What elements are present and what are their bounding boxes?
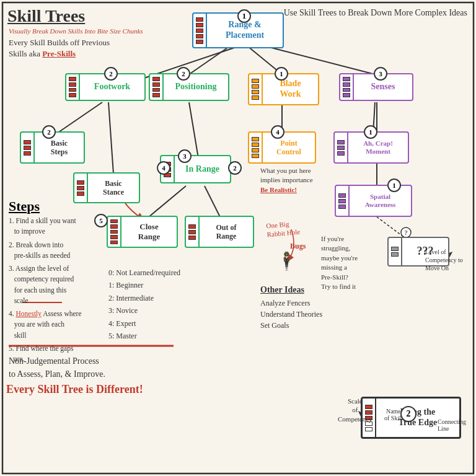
svg-line-9 — [205, 186, 220, 217]
skill-basicstance: BasicStance — [73, 172, 140, 203]
skill-outofrange: Out ofRange — [185, 216, 254, 248]
scale-list: 0: Not Learned/required 1: Beginner 2: I… — [108, 267, 180, 342]
topright-text: Use Skill Trees to Break Down More Compl… — [284, 6, 467, 19]
svg-line-2 — [189, 46, 229, 74]
badge-12: 1 — [364, 125, 377, 139]
badge-7: 4 — [271, 125, 284, 139]
badge-6: 2 — [42, 125, 56, 139]
otherideas-list: Analyze FencersUnderstand TheoriesSet Go… — [260, 298, 322, 331]
badge-13: 1 — [387, 178, 401, 192]
badge-4: 1 — [275, 67, 288, 81]
connectingline-label: ConnectingLine — [438, 418, 466, 432]
skill-inrange: In Range — [160, 155, 231, 183]
main-container: ? Skill Trees Visually Break Down Skills… — [0, 0, 476, 476]
badge-5: 3 — [374, 67, 387, 81]
steps-list: 1. Find a skill you want to improve 2. B… — [9, 216, 111, 364]
badge-1: 1 — [237, 9, 251, 23]
badge-8: 3 — [178, 149, 192, 163]
svg-line-5 — [57, 102, 102, 133]
bottom-text1: Non-Judgemental Processto Assess, Plan, … — [9, 355, 105, 381]
struggling-text: If you'restruggling,maybe you'remissing … — [321, 234, 386, 291]
steps-title: Steps — [9, 198, 40, 214]
subtitle: Visually Break Down Skills Into Bite Siz… — [9, 27, 143, 35]
badge-9: 2 — [228, 161, 242, 175]
skill-spatial: SpatialAwareness — [335, 185, 412, 217]
svg-text:?: ? — [405, 229, 408, 236]
prerealistic-text: What you put hereimplies importanceBe Re… — [260, 166, 313, 195]
nameskill-label: Nameof Skill — [384, 408, 403, 421]
rabbitholetext: One BigRabbit Hole — [266, 219, 301, 239]
bugs-text: Bugs — [290, 242, 306, 251]
svg-line-8 — [149, 186, 186, 217]
skill-closerange: CloseRange — [107, 216, 178, 248]
svg-point-15 — [401, 227, 411, 237]
svg-line-6 — [108, 102, 113, 174]
levelcompetency-text: Level ofCompetency toMove On — [425, 248, 463, 272]
tagline: Every Skill Builds off PreviousSkills ak… — [9, 37, 110, 60]
stickfigure-area: 🕴 — [276, 251, 298, 271]
scalecompetency-label: ScaleofCompetency — [338, 397, 372, 423]
page-title: Skill Trees — [7, 6, 85, 26]
otherideas-header: Other Ideas — [260, 285, 304, 295]
badge-3: 2 — [177, 67, 190, 81]
svg-line-7 — [189, 102, 198, 158]
badge-2: 2 — [104, 67, 118, 81]
bottom-text2: Every Skill Tree is Different! — [6, 383, 143, 396]
badge-10: 4 — [157, 161, 170, 175]
